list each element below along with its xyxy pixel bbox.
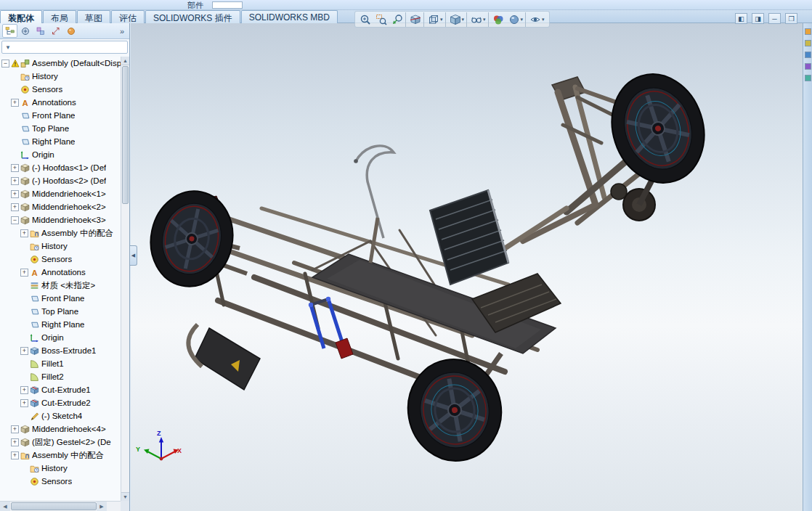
edit-appearance-button[interactable] bbox=[490, 12, 506, 27]
scroll-right-arrow[interactable]: ▶ bbox=[97, 502, 107, 511]
expand-toggle-icon[interactable]: + bbox=[20, 229, 28, 237]
collapse-pane-right-button[interactable]: ◨ bbox=[752, 13, 764, 24]
tree-item[interactable]: +Middendriehoek<1> bbox=[0, 187, 121, 200]
tree-item[interactable]: History bbox=[0, 462, 121, 475]
view-orientation-button[interactable]: ▾ bbox=[426, 12, 446, 27]
view-palette-icon[interactable] bbox=[805, 63, 811, 70]
tree-item[interactable]: Sensors bbox=[0, 475, 121, 488]
configurationmanager-tab[interactable] bbox=[33, 24, 48, 38]
scroll-left-arrow[interactable]: ◀ bbox=[0, 502, 10, 511]
ribbon-tab-5[interactable]: SOLIDWORKS MBD bbox=[241, 10, 338, 23]
tree-item[interactable]: +Assembly 中的配合 bbox=[0, 449, 121, 462]
previous-view-button[interactable] bbox=[389, 12, 406, 27]
tree-item[interactable]: Right Plane bbox=[0, 318, 121, 331]
part-combo-box[interactable] bbox=[212, 1, 243, 9]
display-style-button[interactable]: ▾ bbox=[447, 12, 468, 27]
scroll-down-arrow[interactable]: ▼ bbox=[121, 492, 129, 501]
section-view-button[interactable] bbox=[407, 12, 424, 27]
expand-toggle-icon[interactable]: − bbox=[11, 216, 19, 224]
left-wheel bbox=[142, 184, 242, 294]
tree-item[interactable]: Origin bbox=[0, 331, 121, 344]
tree-item[interactable]: +(固定) Gestel<2> (De bbox=[0, 436, 121, 449]
tree-item[interactable]: +(-) Hoofdas<1> (Def bbox=[0, 161, 121, 174]
filter-dropdown-arrow[interactable]: ▼ bbox=[5, 44, 11, 51]
graphics-viewport[interactable]: Z Y X bbox=[131, 23, 803, 511]
tree-item[interactable]: +(-) Hoofdas<2> (Def bbox=[0, 174, 121, 187]
tree-item[interactable]: +Annotations bbox=[0, 266, 121, 279]
expand-toggle-icon[interactable]: + bbox=[11, 451, 19, 459]
tree-item[interactable]: 材质 <未指定> bbox=[0, 279, 121, 292]
hide-show-items-button[interactable]: ▾ bbox=[468, 12, 489, 27]
tree-horizontal-scrollbar[interactable]: ◀ ▶ bbox=[0, 501, 121, 511]
view-settings-dropdown-arrow[interactable]: ▾ bbox=[542, 17, 545, 23]
tree-item[interactable]: Sensors bbox=[0, 253, 121, 266]
expand-toggle-icon[interactable]: + bbox=[11, 190, 19, 198]
expand-toggle-icon[interactable]: + bbox=[11, 425, 19, 433]
tree-item[interactable]: Fillet1 bbox=[0, 357, 121, 370]
tree-item[interactable]: (-) Sketch4 bbox=[0, 409, 121, 422]
expand-toggle-icon[interactable]: + bbox=[20, 269, 28, 277]
tree-vertical-scrollbar[interactable]: ▲ ▼ bbox=[121, 57, 129, 501]
resources-icon[interactable] bbox=[805, 28, 811, 35]
appearances-icon[interactable] bbox=[805, 75, 811, 81]
tree-item[interactable]: Right Plane bbox=[0, 135, 121, 148]
tree-item[interactable]: +Cut-Extrude2 bbox=[0, 396, 121, 409]
minimize-document-button[interactable]: ─ bbox=[768, 13, 781, 24]
restore-document-button[interactable]: ❒ bbox=[785, 13, 797, 24]
expand-toggle-icon[interactable]: + bbox=[11, 99, 19, 107]
apply-scene-dropdown-arrow[interactable]: ▾ bbox=[521, 17, 524, 23]
scroll-up-arrow[interactable]: ▲ bbox=[121, 57, 129, 65]
view-settings-button[interactable]: ▾ bbox=[527, 12, 547, 27]
tree-item[interactable]: History bbox=[0, 240, 121, 253]
tree-item[interactable]: Front Plane bbox=[0, 292, 121, 305]
panel-expand-chevron[interactable]: » bbox=[117, 27, 127, 36]
expand-toggle-icon[interactable]: − bbox=[1, 60, 9, 68]
horizontal-scroll-thumb[interactable] bbox=[11, 502, 97, 510]
view-orientation-dropdown-arrow[interactable]: ▾ bbox=[440, 17, 443, 23]
featuremanager-tab[interactable] bbox=[2, 24, 17, 38]
tree-item[interactable]: −Middendriehoek<3> bbox=[0, 213, 121, 226]
ribbon-tab-4[interactable]: SOLIDWORKS 插件 bbox=[145, 10, 240, 23]
part-button-label[interactable]: 部件 bbox=[187, 0, 203, 11]
zoom-to-fit-button[interactable] bbox=[357, 12, 373, 27]
hide-show-items-dropdown-arrow[interactable]: ▾ bbox=[483, 17, 486, 23]
display-style-dropdown-arrow[interactable]: ▾ bbox=[462, 17, 465, 23]
tree-item[interactable]: Origin bbox=[0, 148, 121, 161]
tree-item-label: Assembly 中的配合 bbox=[41, 228, 113, 239]
file-explorer-icon[interactable] bbox=[805, 52, 811, 58]
tree-item[interactable]: Sensors bbox=[0, 83, 121, 96]
tree-item[interactable]: Top Plane bbox=[0, 305, 121, 318]
tree-filter-box[interactable]: ▼ bbox=[1, 41, 128, 54]
design-library-icon[interactable] bbox=[805, 40, 811, 46]
tree-item[interactable]: +Middendriehoek<4> bbox=[0, 422, 121, 436]
ribbon-tab-0[interactable]: 装配体 bbox=[0, 10, 42, 23]
zoom-to-area-button[interactable] bbox=[373, 12, 389, 27]
ribbon-tab-2[interactable]: 草图 bbox=[77, 10, 110, 23]
tree-item[interactable]: −Assembly (Default<Disp bbox=[0, 57, 121, 70]
tree-item[interactable]: Top Plane bbox=[0, 122, 121, 135]
expand-toggle-icon[interactable]: + bbox=[11, 438, 19, 446]
tree-item[interactable]: +Middendriehoek<2> bbox=[0, 200, 121, 213]
expand-toggle-icon[interactable]: + bbox=[20, 399, 28, 407]
dimxpertmanager-tab[interactable] bbox=[48, 24, 63, 38]
expand-toggle-icon[interactable]: + bbox=[11, 177, 19, 185]
ribbon-tab-1[interactable]: 布局 bbox=[43, 10, 76, 23]
expand-toggle-icon[interactable]: + bbox=[20, 347, 28, 355]
vertical-scroll-thumb[interactable] bbox=[122, 66, 129, 204]
tree-item[interactable]: Front Plane bbox=[0, 109, 121, 122]
propertymanager-tab[interactable] bbox=[17, 24, 33, 38]
tree-item[interactable]: +Cut-Extrude1 bbox=[0, 383, 121, 396]
tree-item[interactable]: +Assembly 中的配合 bbox=[0, 226, 121, 240]
tree-item[interactable]: +Boss-Extrude1 bbox=[0, 344, 121, 357]
displaymanager-tab[interactable] bbox=[63, 24, 78, 38]
collapse-pane-left-button[interactable]: ◧ bbox=[735, 13, 747, 24]
tree-item[interactable]: Fillet2 bbox=[0, 370, 121, 383]
expand-toggle-icon[interactable]: + bbox=[20, 386, 28, 394]
expand-toggle-icon[interactable]: + bbox=[11, 164, 19, 172]
ribbon-tab-3[interactable]: 评估 bbox=[111, 10, 145, 23]
expand-toggle-icon[interactable]: + bbox=[11, 203, 19, 211]
tree-item[interactable]: +Annotations bbox=[0, 96, 121, 109]
panel-collapse-handle[interactable]: ◀ bbox=[130, 245, 137, 266]
tree-item[interactable]: History bbox=[0, 70, 121, 83]
apply-scene-button[interactable]: ▾ bbox=[506, 12, 527, 27]
